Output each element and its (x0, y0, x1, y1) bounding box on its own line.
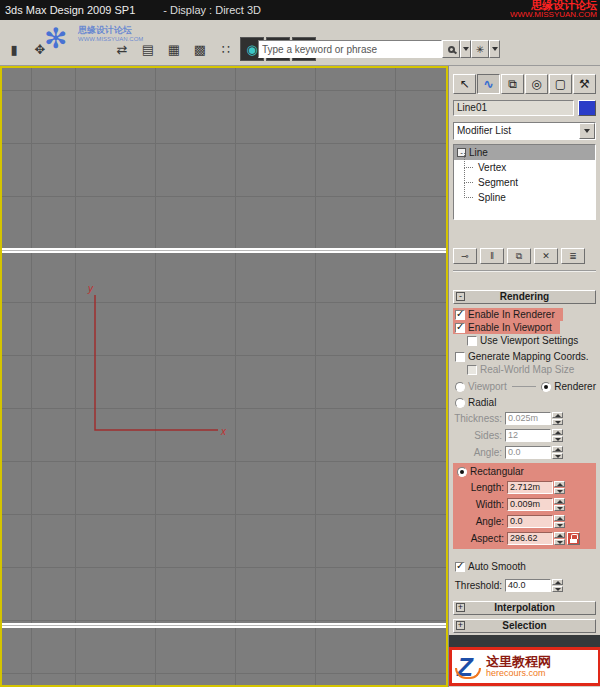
app-window: 3ds Max Design 2009 SP1 - Display : Dire… (0, 0, 600, 687)
tab-hierarchy[interactable]: ⧉ (501, 74, 524, 94)
herecours-site-name: 这里教程网 (486, 654, 551, 670)
width-label: Width: (455, 499, 507, 510)
threshold-spinner[interactable] (552, 579, 563, 592)
enable-in-renderer-label: Enable In Renderer (468, 309, 555, 320)
expand-icon: + (456, 621, 465, 630)
line01-spline (95, 295, 218, 430)
layer-manager-icon[interactable]: ▤ (136, 37, 160, 61)
remove-modifier-button[interactable]: ✕ (534, 248, 558, 264)
dropdown-button[interactable] (579, 123, 595, 139)
configure-modifier-sets-button[interactable]: ≣ (561, 248, 585, 264)
thickness-input: 0.025m (505, 412, 551, 425)
stack-item-vertex[interactable]: Vertex (454, 160, 595, 175)
object-name-field[interactable]: Line01 (453, 100, 574, 116)
herecours-site-url: herecours.com (486, 669, 551, 679)
watermark-missyuan: 思缘设计论坛 WWW.MISSYUAN.COM (510, 0, 597, 19)
rectangular-radio[interactable] (457, 467, 467, 477)
search-star-button[interactable]: ✳ (471, 40, 489, 58)
angle-label: Angle: (453, 447, 505, 458)
cropped-left-icon[interactable]: ▮ (2, 37, 26, 61)
show-end-result-button[interactable]: ‖ (480, 248, 504, 264)
renderer-radio[interactable] (541, 382, 551, 392)
search-button[interactable] (442, 40, 460, 58)
modifier-list-dropdown[interactable]: Modifier List (453, 122, 596, 140)
chevron-down-icon (492, 47, 498, 51)
stack-item-segment[interactable]: Segment (454, 175, 595, 190)
interpolation-rollout-header[interactable]: + Interpolation (453, 601, 596, 615)
pin-stack-button[interactable]: ⊸ (453, 248, 477, 264)
stack-item-line[interactable]: - Line (454, 145, 595, 160)
angle2-spinner[interactable] (554, 515, 565, 528)
angle2-row: Angle: 0.0 (455, 514, 594, 529)
enable-in-renderer-checkbox[interactable] (455, 310, 465, 320)
stack-item-spline[interactable]: Spline (454, 190, 595, 205)
color-swatches-icon[interactable]: ∷ (214, 37, 238, 61)
real-world-map-label: Real-World Map Size (480, 364, 574, 375)
width-spinner[interactable] (554, 498, 565, 511)
angle2-input[interactable]: 0.0 (507, 515, 553, 528)
generate-mapping-label: Generate Mapping Coords. (468, 351, 589, 362)
sides-input: 12 (505, 429, 551, 442)
divider (512, 386, 537, 387)
tab-motion[interactable]: ◎ (525, 74, 548, 94)
herecours-logo-icon: Z (457, 654, 481, 680)
enable-in-viewport-checkbox[interactable] (455, 323, 465, 333)
make-unique-button[interactable]: ⧉ (507, 248, 531, 264)
length-row: Length: 2.712m (455, 480, 594, 495)
width-row: Width: 0.009m (455, 497, 594, 512)
tab-utilities[interactable]: ⚒ (573, 74, 596, 94)
aspect-spinner[interactable] (554, 532, 565, 545)
tab-display[interactable]: ▢ (549, 74, 572, 94)
interpolation-rollout-title: Interpolation (494, 602, 555, 613)
radial-radio[interactable] (455, 398, 465, 408)
watermark-line2: WWW.MISSYUAN.COM (510, 11, 597, 19)
selection-rollout-header[interactable]: + Selection (453, 619, 596, 633)
threshold-label: Threshold: (453, 580, 505, 591)
mirror-icon[interactable]: ⇄ (110, 37, 134, 61)
modifier-stack: - Line Vertex Segment Spline (453, 144, 596, 220)
stack-item-label: Spline (478, 190, 506, 205)
lock-aspect-button[interactable] (567, 532, 580, 545)
toolbar-icon-2[interactable]: ✥ (28, 37, 52, 61)
generate-mapping-checkbox[interactable] (455, 352, 465, 362)
auto-smooth-checkbox[interactable] (455, 562, 465, 572)
chevron-down-icon (584, 129, 590, 133)
aspect-label: Aspect: (455, 533, 507, 544)
title-bar[interactable]: 3ds Max Design 2009 SP1 - Display : Dire… (0, 0, 600, 20)
window-title: 3ds Max Design 2009 SP1 (5, 4, 135, 16)
aspect-row: Aspect: 296.62 (455, 531, 594, 546)
auto-smooth-row: Auto Smooth (453, 560, 596, 573)
divider (453, 270, 596, 272)
length-input[interactable]: 2.712m (507, 481, 553, 494)
rendering-rollout-title: Rendering (500, 291, 549, 302)
object-color-swatch[interactable] (578, 100, 596, 116)
radial-row: Radial (453, 396, 596, 409)
main-toolbar: ✻ 思缘设计论坛 WWW.MISSYUAN.COM ▮ ✥ ⇄ ▤ ▦ ▩ ∷ … (0, 20, 600, 66)
threshold-input[interactable]: 40.0 (505, 579, 551, 592)
thickness-spinner (552, 412, 563, 425)
real-world-map-checkbox (467, 365, 477, 375)
width-input[interactable]: 0.009m (507, 498, 553, 511)
search-input[interactable] (258, 40, 442, 58)
tab-create[interactable]: ↖ (453, 74, 476, 94)
real-world-map-row: Real-World Map Size (465, 363, 596, 376)
curve-editor-icon[interactable]: ▩ (188, 37, 212, 61)
length-spinner[interactable] (554, 481, 565, 494)
stack-item-label: Line (469, 145, 488, 160)
rectangular-radio-label: Rectangular (470, 466, 524, 477)
search-options-dropdown[interactable] (460, 40, 471, 58)
star-options-dropdown[interactable] (489, 40, 500, 58)
radial-radio-label: Radial (468, 397, 496, 408)
rendering-rollout-header[interactable]: - Rendering (453, 290, 596, 304)
selection-rollout-title: Selection (502, 620, 546, 631)
enable-in-viewport-row: Enable In Viewport (453, 321, 560, 334)
viewport-active[interactable]: y x (0, 66, 448, 687)
aspect-input[interactable]: 296.62 (507, 532, 553, 545)
stack-item-label: Vertex (478, 160, 506, 175)
graphite-tools-icon[interactable]: ▦ (162, 37, 186, 61)
modify-icon: ∿ (483, 77, 493, 91)
use-viewport-settings-checkbox[interactable] (467, 336, 477, 346)
angle-row: Angle: 0.0 (453, 445, 596, 460)
enable-in-renderer-row: Enable In Renderer (453, 308, 563, 321)
tab-modify[interactable]: ∿ (477, 74, 500, 94)
